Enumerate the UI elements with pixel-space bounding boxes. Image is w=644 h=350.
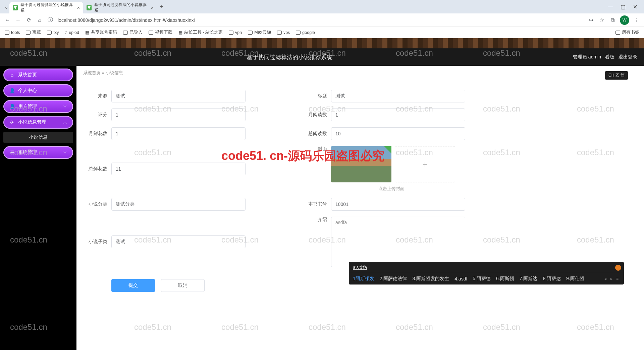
tab-dropdown-icon[interactable]: ⌄ xyxy=(3,4,9,10)
label-category: 小说分类 xyxy=(80,201,107,207)
close-tab-icon[interactable]: × xyxy=(77,5,80,10)
ime-candidate[interactable]: 7.阿斯达 xyxy=(520,276,538,282)
close-window-icon[interactable]: ✕ xyxy=(633,4,637,10)
site-info-icon[interactable]: ⓘ xyxy=(47,16,54,24)
address-bar[interactable]: localhost:8080/django2w931/admin/dist/in… xyxy=(58,17,584,23)
nav-label: 个人中心 xyxy=(18,88,37,94)
logout-link[interactable]: 退出登录 xyxy=(619,54,637,60)
chevron-down-icon: ﹀ xyxy=(63,104,67,109)
bookmark-folder[interactable]: txy xyxy=(47,30,59,35)
label-title: 标题 xyxy=(300,93,327,99)
tab-title: 基于协同过滤算法的小说推荐系 xyxy=(94,2,148,13)
key-icon[interactable]: ⊶ xyxy=(588,17,594,23)
cover-thumbnail[interactable] xyxy=(331,146,391,182)
input-score[interactable] xyxy=(111,108,246,121)
nav-label: 系统管理 xyxy=(18,149,37,156)
profile-avatar[interactable]: W xyxy=(620,15,629,25)
nav-users[interactable]: 👤用户管理﹀ xyxy=(3,100,73,113)
favicon-icon xyxy=(87,5,92,10)
breadcrumb-current: 小说信息 xyxy=(106,70,123,75)
input-month-flower[interactable] xyxy=(111,127,246,140)
label-source: 来源 xyxy=(80,93,107,99)
label-total-read: 总阅读数 xyxy=(300,131,327,137)
back-icon[interactable]: ← xyxy=(4,17,11,23)
close-tab-icon[interactable]: × xyxy=(151,5,154,10)
reload-icon[interactable]: ⟳ xyxy=(25,17,32,23)
ime-candidate[interactable]: 1阿斯顿发 xyxy=(353,276,374,282)
bookmark-link[interactable]: ▦ 共享账号密码 xyxy=(85,30,117,35)
input-month-read[interactable] xyxy=(331,108,465,121)
upload-hint: 点击上传封面 xyxy=(331,186,452,192)
user-icon: 👤 xyxy=(9,88,15,93)
home-icon: ⌂ xyxy=(9,72,15,78)
bookmark-folder[interactable]: Max云梯 xyxy=(248,30,271,35)
bookmark-folder[interactable]: 视频下载 xyxy=(149,30,172,35)
nav-label: 系统首页 xyxy=(18,72,37,78)
nav-novel-info-sub[interactable]: 小说信息 xyxy=(3,132,73,143)
label-book-no: 本书书号 xyxy=(300,201,327,207)
cancel-button[interactable]: 取消 xyxy=(161,279,205,292)
nav-profile[interactable]: 👤个人中心 xyxy=(3,84,73,97)
label-cover: 封面 xyxy=(300,146,327,152)
ime-candidate[interactable]: 2.阿萨德法律 xyxy=(380,276,407,282)
decorative-band xyxy=(0,38,644,48)
bookmark-icon[interactable]: ☆ xyxy=(598,17,605,23)
admin-label: 管理员 admin xyxy=(573,54,601,60)
ime-candidate[interactable]: 4.asdf xyxy=(454,276,467,281)
minimize-icon[interactable]: — xyxy=(608,4,613,10)
textarea-intro[interactable]: asdfa xyxy=(331,217,465,267)
submit-button[interactable]: 提交 xyxy=(111,279,155,292)
bookmark-folder[interactable]: 宝藏 xyxy=(26,30,41,35)
bookmark-folder[interactable]: vpn xyxy=(229,30,242,35)
bookmark-folder[interactable]: vps xyxy=(277,30,290,35)
dashboard-link[interactable]: 看板 xyxy=(605,54,614,60)
input-total-read[interactable] xyxy=(331,127,465,140)
bookmark-folder[interactable]: 已导入 xyxy=(123,30,143,35)
ime-candidate[interactable]: 9.阿仕顿 xyxy=(566,276,584,282)
send-icon: ✈ xyxy=(9,120,15,125)
ime-candidate[interactable]: 6.阿斯顿 xyxy=(496,276,514,282)
input-source[interactable] xyxy=(111,90,246,102)
forward-icon[interactable]: → xyxy=(15,17,21,23)
browser-tab[interactable]: 基于协同过滤算法的小说推荐系 × xyxy=(83,2,157,13)
chevron-up-icon: ︿ xyxy=(63,120,67,125)
label-subcategory: 小说子类 xyxy=(80,239,107,245)
input-book-no[interactable] xyxy=(331,198,465,211)
tab-title: 基于协同过滤算法的小说推荐系 xyxy=(20,2,74,13)
nav-home[interactable]: ⌂系统首页 xyxy=(3,69,73,81)
new-tab-icon[interactable]: + xyxy=(157,3,166,10)
ime-candidate[interactable]: 8.阿萨达 xyxy=(543,276,561,282)
ime-nav-icon[interactable]: ◂ ▸ ≡ xyxy=(604,276,620,281)
upload-cover-button[interactable]: + xyxy=(395,146,455,182)
input-category[interactable] xyxy=(111,198,246,211)
input-title[interactable] xyxy=(331,90,465,102)
breadcrumb-root[interactable]: 系统首页 xyxy=(83,70,101,75)
ime-candidate[interactable]: 5.阿萨德 xyxy=(473,276,491,282)
home-icon[interactable]: ⌂ xyxy=(36,17,43,23)
app-title: 基于协同过滤算法的小说推荐系统 xyxy=(7,53,573,61)
extensions-icon[interactable]: ⧉ xyxy=(609,17,616,23)
list-icon: ☰ xyxy=(9,150,15,155)
bookmark-link[interactable]: ⤴ uplod xyxy=(65,30,79,35)
menu-icon[interactable]: ⋮ xyxy=(633,17,640,23)
bookmark-folder[interactable]: google xyxy=(296,30,315,35)
label-total-flower: 总鲜花数 xyxy=(80,166,107,172)
nav-novel-info[interactable]: ✈小说信息管理︿ xyxy=(3,116,73,129)
ime-indicator[interactable]: CH 乙 简 xyxy=(605,71,628,80)
nav-label: 用户管理 xyxy=(18,103,37,110)
all-bookmarks[interactable]: 所有书签 xyxy=(615,30,639,35)
input-total-flower[interactable] xyxy=(111,163,246,175)
chevron-down-icon: ﹀ xyxy=(63,150,67,155)
breadcrumb: 系统首页 ≡ 小说信息 xyxy=(76,66,644,80)
maximize-icon[interactable]: ▢ xyxy=(621,4,626,10)
bookmark-link[interactable]: ▦ 站长工具 - 站长之家 xyxy=(178,30,223,35)
bookmark-folder[interactable]: tools xyxy=(5,30,20,35)
input-subcategory[interactable] xyxy=(111,235,246,248)
label-intro: 介绍 xyxy=(300,217,327,223)
ime-candidate[interactable]: 3.阿斯顿发的发生 xyxy=(412,276,449,282)
label-score: 评分 xyxy=(80,112,107,118)
favicon-icon xyxy=(13,5,18,10)
nav-system[interactable]: ☰系统管理﹀ xyxy=(3,146,73,159)
browser-tab-active[interactable]: 基于协同过滤算法的小说推荐系 × xyxy=(9,2,83,13)
label-month-read: 月阅读数 xyxy=(300,112,327,118)
